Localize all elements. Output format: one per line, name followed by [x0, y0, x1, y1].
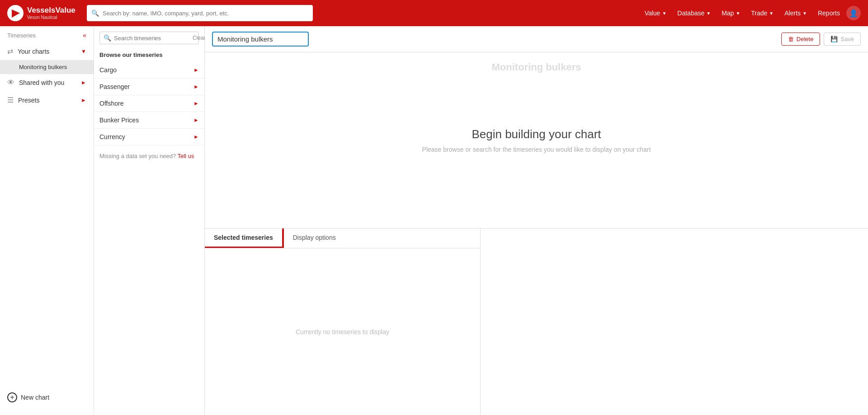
logo-text: VesselsValue Veson Nautical — [27, 6, 75, 20]
nav-alerts[interactable]: Alerts ▼ — [780, 6, 811, 20]
new-chart-button[interactable]: + New chart — [0, 387, 94, 408]
sidebar-header: Timeseries « — [0, 26, 94, 42]
new-chart-label: New chart — [21, 394, 49, 401]
timeseries-search-input[interactable] — [114, 35, 190, 42]
bottom-panel: Selected timeseries Display options Curr… — [205, 228, 868, 415]
sidebar-item-presets[interactable]: ☰ Presets ► — [0, 91, 94, 109]
sidebar: Timeseries « ⇄ Your charts ▼ Monitoring … — [0, 26, 94, 415]
chevron-down-icon: ▼ — [706, 11, 711, 16]
tab-selected-timeseries[interactable]: Selected timeseries — [205, 228, 282, 248]
save-icon: 💾 — [830, 36, 838, 42]
sidebar-title: Timeseries — [7, 32, 36, 39]
chart-title-input[interactable] — [212, 32, 309, 47]
timeseries-panel: 🔍 Clear Browse our timeseries Cargo ► Pa… — [94, 26, 205, 415]
bottom-left: Selected timeseries Display options Curr… — [205, 228, 481, 415]
main-content: 🗑 Delete 💾 Save Monitoring bulkers Begin… — [205, 26, 868, 415]
logo-icon — [7, 5, 24, 21]
bottom-tabs: Selected timeseries Display options — [205, 228, 480, 248]
trash-icon: 🗑 — [788, 36, 794, 42]
begin-building-title: Begin building your chart — [472, 127, 601, 141]
chevron-down-icon: ▼ — [769, 11, 774, 16]
category-bunker-prices[interactable]: Bunker Prices ► — [94, 112, 204, 129]
search-icon: 🔍 — [104, 34, 111, 42]
chevron-right-icon: ► — [193, 134, 199, 140]
begin-building-subtitle: Please browse or search for the timeseri… — [422, 146, 651, 153]
swap-icon: ⇄ — [7, 47, 13, 56]
chevron-right-icon: ► — [193, 67, 199, 73]
chevron-down-icon: ▼ — [662, 11, 666, 16]
chevron-right-icon: ► — [193, 100, 199, 107]
chevron-down-icon: ▼ — [802, 11, 807, 16]
chevron-right-icon: ► — [81, 79, 86, 86]
category-currency[interactable]: Currency ► — [94, 129, 204, 145]
category-cargo[interactable]: Cargo ► — [94, 62, 204, 79]
global-search[interactable]: 🔍 — [87, 5, 313, 21]
logo[interactable]: VesselsValue Veson Nautical — [7, 5, 80, 21]
top-navigation: VesselsValue Veson Nautical 🔍 Value ▼ Da… — [0, 0, 868, 26]
nav-database[interactable]: Database ▼ — [673, 6, 715, 20]
search-input[interactable] — [103, 10, 308, 17]
nav-reports[interactable]: Reports — [813, 6, 844, 20]
sidebar-item-shared[interactable]: 👁 Shared with you ► — [0, 74, 94, 91]
tell-us-link[interactable]: Tell us — [178, 153, 194, 159]
clear-search-button[interactable]: Clear — [193, 35, 206, 41]
brand-name: VesselsValue — [27, 6, 75, 15]
save-button[interactable]: 💾 Save — [824, 33, 861, 46]
nav-value[interactable]: Value ▼ — [640, 6, 671, 20]
chevron-right-icon: ► — [193, 84, 199, 90]
search-icon: 🔍 — [91, 9, 99, 17]
missing-data-note: Missing a data set you need? Tell us — [94, 147, 204, 165]
presets-label: Presets — [18, 97, 76, 104]
your-charts-label: Your charts — [18, 48, 76, 55]
browse-label: Browse our timeseries — [94, 50, 204, 62]
main-layout: Timeseries « ⇄ Your charts ▼ Monitoring … — [0, 26, 868, 415]
user-avatar[interactable]: 👤 — [846, 6, 861, 20]
category-passenger[interactable]: Passenger ► — [94, 79, 204, 95]
chevron-down-icon: ▼ — [736, 11, 740, 16]
no-timeseries-message: Currently no timeseries to display — [205, 248, 480, 415]
nav-right: Value ▼ Database ▼ Map ▼ Trade ▼ Alerts … — [640, 6, 861, 20]
chart-watermark: Monitoring bulkers — [492, 61, 581, 73]
sidebar-collapse-button[interactable]: « — [83, 32, 86, 39]
bottom-right — [481, 228, 868, 415]
list-icon: ☰ — [7, 96, 14, 104]
category-offshore[interactable]: Offshore ► — [94, 95, 204, 112]
tab-display-options[interactable]: Display options — [284, 228, 345, 248]
nav-trade[interactable]: Trade ▼ — [746, 6, 778, 20]
nav-map[interactable]: Map ▼ — [717, 6, 745, 20]
chevron-right-icon: ► — [193, 117, 199, 123]
eye-icon: 👁 — [7, 79, 14, 87]
sidebar-item-monitoring-bulkers[interactable]: Monitoring bulkers — [0, 60, 94, 74]
plus-icon: + — [7, 392, 17, 402]
timeseries-search[interactable]: 🔍 Clear — [99, 32, 199, 44]
chart-area: Monitoring bulkers Begin building your c… — [205, 52, 868, 228]
chevron-right-icon: ► — [81, 97, 86, 103]
shared-label: Shared with you — [19, 79, 76, 86]
chart-header: 🗑 Delete 💾 Save — [205, 26, 868, 52]
brand-sub: Veson Nautical — [27, 15, 75, 20]
chevron-down-icon: ▼ — [81, 48, 86, 55]
chart-actions: 🗑 Delete 💾 Save — [781, 33, 861, 46]
sidebar-item-your-charts[interactable]: ⇄ Your charts ▼ — [0, 42, 94, 60]
delete-button[interactable]: 🗑 Delete — [781, 33, 821, 46]
